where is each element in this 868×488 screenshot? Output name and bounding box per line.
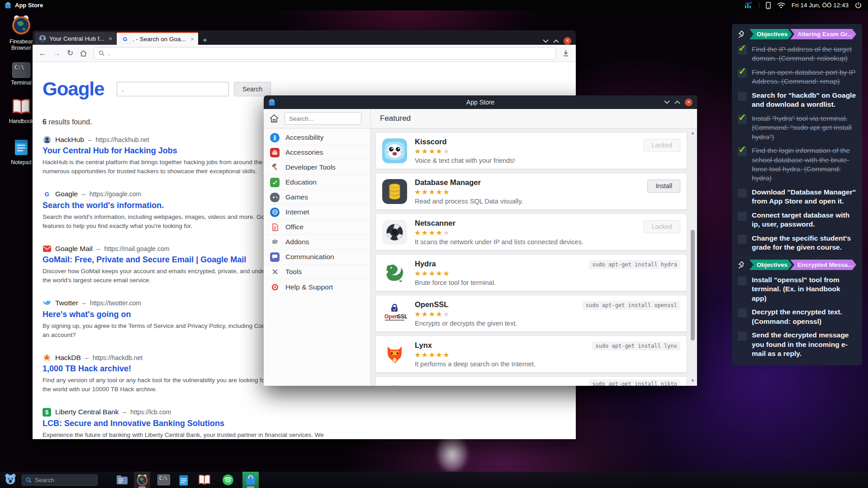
pin-icon xyxy=(738,261,746,269)
result-site: Liberty Central Bank xyxy=(55,408,119,416)
window-close-button[interactable]: × xyxy=(685,99,693,106)
result-title-link[interactable]: LCB: Secure and Innovative Banking Solut… xyxy=(43,419,341,428)
app-card-openssl: OpenSSL OpenSSL ★★★★★ Encrypts or decryp… xyxy=(375,295,687,332)
check-icon: ✓ xyxy=(738,112,746,123)
category-help-support[interactable]: Help & Support xyxy=(264,280,370,294)
taskbar-app-store-icon[interactable] xyxy=(242,472,259,488)
objective-checkbox[interactable] xyxy=(738,332,747,341)
app-description: It performs a deep search on the Interne… xyxy=(415,360,536,368)
objective-item: Download "Database Manager" from App Sto… xyxy=(738,188,856,206)
url-bar[interactable]: . xyxy=(94,47,556,60)
objective-item: ✓ Find the login information of the scho… xyxy=(738,146,856,183)
category-accessories[interactable]: Accessories xyxy=(264,145,370,160)
start-button[interactable] xyxy=(5,473,16,487)
window-minimize-icon[interactable] xyxy=(543,39,549,43)
goagle-search-button[interactable]: Search xyxy=(234,82,271,96)
locked-button[interactable]: Locked xyxy=(644,220,680,233)
downloads-icon[interactable] xyxy=(562,50,569,57)
category-communication[interactable]: Communication xyxy=(264,250,370,265)
tab-goagle-search[interactable]: G . - Search on Goa... × xyxy=(117,32,198,45)
tab-close-icon[interactable]: × xyxy=(109,35,112,42)
category-education[interactable]: Education xyxy=(264,175,370,190)
app-card-partial: sudo apt-get install nikto xyxy=(375,376,687,386)
tab-close-icon[interactable]: × xyxy=(190,36,194,43)
window-minimize-icon[interactable] xyxy=(664,100,670,104)
category-tools[interactable]: Tools xyxy=(264,265,370,280)
goagle-search-input[interactable] xyxy=(117,82,229,96)
objective-checkbox[interactable] xyxy=(738,235,747,244)
scroll-up-arrow[interactable]: ▲ xyxy=(690,130,696,135)
taskbar-terminal-icon[interactable]: C:\ xyxy=(156,472,172,488)
category-addons[interactable]: Addons xyxy=(264,235,370,250)
objective-checkbox[interactable] xyxy=(738,92,747,101)
power-icon[interactable] xyxy=(855,2,862,9)
reload-icon[interactable]: ↻ xyxy=(67,48,73,58)
objective-checkbox[interactable] xyxy=(738,189,747,198)
result-url: https://twotter.com xyxy=(90,299,142,307)
browser-nav-bar: ← → ↻ . xyxy=(33,45,576,62)
app-store-bag-icon xyxy=(5,2,11,9)
home-icon[interactable] xyxy=(80,50,87,57)
result-snippet: Experience the future of banking with Li… xyxy=(43,431,332,440)
phone-icon[interactable] xyxy=(766,2,771,9)
taskbar-music-icon[interactable] xyxy=(220,472,236,488)
tab-title: Your Central Hub f... xyxy=(49,35,105,42)
taskbar-fireabear-browser-icon[interactable] xyxy=(134,472,150,488)
category-office[interactable]: Office xyxy=(264,220,370,235)
scrollbar-thumb[interactable] xyxy=(691,230,695,341)
objective-checkbox[interactable]: ✓ xyxy=(738,69,747,78)
topbar-separator xyxy=(759,2,759,9)
home-icon[interactable] xyxy=(269,114,279,123)
window-close-button[interactable]: × xyxy=(564,37,571,45)
taskbar-files-icon[interactable] xyxy=(114,472,130,488)
partial-app-icon xyxy=(382,380,407,386)
wifi-icon[interactable] xyxy=(777,2,785,9)
objective-checkbox[interactable]: ✓ xyxy=(738,147,747,156)
clock[interactable]: Fri 14 Jun, ÖÖ 12:43 xyxy=(792,2,849,9)
taskbar-notepad-icon[interactable] xyxy=(175,472,192,488)
objective-checkbox[interactable] xyxy=(738,276,747,285)
category-label: Accessories xyxy=(285,148,323,156)
window-maximize-icon[interactable] xyxy=(553,39,559,43)
taskbar-search[interactable]: Search xyxy=(22,474,98,486)
forward-icon[interactable]: → xyxy=(53,49,61,58)
back-icon[interactable]: ← xyxy=(39,49,47,58)
gomail-result-favicon xyxy=(43,244,51,253)
scroll-down-arrow[interactable]: ▼ xyxy=(690,378,696,383)
result-url: https://lcb.com xyxy=(130,408,171,416)
app-store-window: App Store × Featured Accessibility xyxy=(264,95,697,386)
locked-button[interactable]: Locked xyxy=(644,139,680,152)
objective-item: Install "openssl" tool from terminal. (E… xyxy=(738,275,856,303)
topbar-app-title: App Store xyxy=(15,2,43,9)
objective-checkbox[interactable] xyxy=(738,308,747,317)
app-name: Hydra xyxy=(415,260,436,268)
taskbar-handbook-icon[interactable] xyxy=(196,472,213,488)
objective-checkbox[interactable] xyxy=(738,212,747,221)
objective-item: ✓ Install "hydra" tool via terminal. (Co… xyxy=(738,114,856,142)
network-activity-icon[interactable] xyxy=(745,2,753,9)
app-name: Kisscord xyxy=(415,137,447,146)
wallpaper-glow xyxy=(436,434,468,473)
results-count-text: results found. xyxy=(47,118,92,126)
kisscord-app-icon xyxy=(382,138,407,163)
category-games[interactable]: Games xyxy=(264,190,370,205)
dash: – xyxy=(97,245,100,252)
app-store-sidebar: Accessibility Accessories Developer Tool… xyxy=(264,128,371,386)
category-developer-tools[interactable]: Developer Tools xyxy=(264,160,370,175)
objective-checkbox[interactable]: ✓ xyxy=(738,46,747,55)
result-url: https://hackdb.net xyxy=(93,354,143,361)
search-icon xyxy=(26,477,32,483)
pin-icon xyxy=(738,30,746,38)
window-maximize-icon[interactable] xyxy=(674,100,680,104)
category-internet[interactable]: Internet xyxy=(264,205,370,220)
objective-checkbox[interactable]: ✓ xyxy=(738,115,747,124)
app-store-search-input[interactable] xyxy=(285,112,361,125)
install-button[interactable]: Install xyxy=(647,180,680,193)
app-card-database-manager: Database Manager ★★★★★ Read and process … xyxy=(375,173,687,210)
install-command: sudo apt-get install hydra xyxy=(589,260,680,269)
check-icon: ✓ xyxy=(738,144,746,156)
category-label: Communication xyxy=(285,253,334,261)
new-tab-button[interactable]: + xyxy=(203,36,207,45)
tab-central-hub[interactable]: Your Central Hub f... × xyxy=(35,32,116,45)
category-accessibility[interactable]: Accessibility xyxy=(264,130,370,145)
